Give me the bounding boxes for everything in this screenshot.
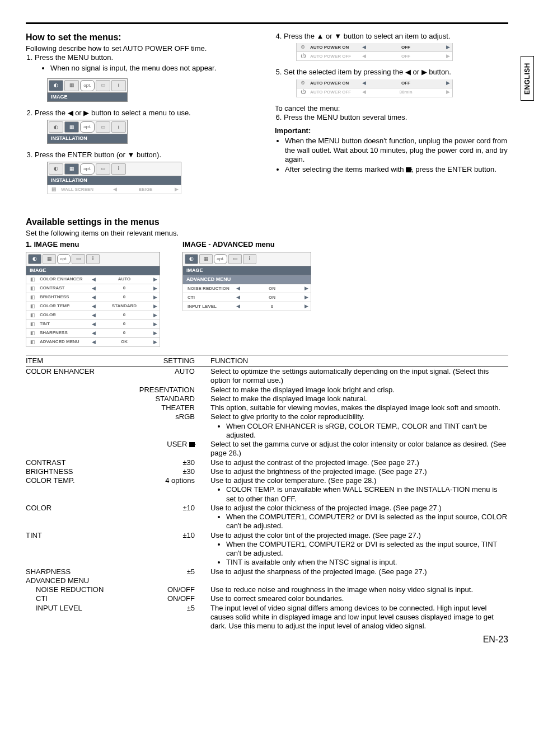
cancel-title: To cancel the menu: — [275, 104, 508, 113]
tab-icon: ▦ — [64, 163, 79, 175]
settings-row: STANDARDSelect to make the displayed ima… — [26, 395, 508, 403]
tab-icon-info: i — [86, 254, 100, 264]
important-1: When the MENU button doesn't function, u… — [285, 137, 508, 164]
cell-setting: sRGB — [127, 412, 210, 421]
tab-icon-opt: opt. — [80, 80, 95, 91]
cell-item: NOISE REDUCTION — [26, 585, 127, 594]
cell-setting — [127, 422, 210, 440]
fig5-row2-val: 30min — [368, 90, 443, 95]
cell-setting: ON/OFF — [127, 585, 210, 594]
cell-function — [210, 576, 508, 585]
settings-row: TINT is available only when the NTSC sig… — [26, 558, 508, 567]
cell-function: This option, suitable for viewing movies… — [210, 403, 508, 412]
triangle-left-icon — [405, 68, 411, 76]
triangle-left-icon: ◀ — [110, 186, 119, 192]
row-val: ON — [242, 286, 302, 292]
settings-row: COLOR TEMP.4 optionsUse to adjust the co… — [26, 476, 508, 485]
row-icon: ◧ — [26, 330, 39, 336]
step4-b: or — [324, 32, 334, 40]
cell-setting: ON/OFF — [127, 594, 210, 603]
howto-intro: Following describe how to set AUTO POWER… — [26, 44, 259, 53]
cell-item: SHARPNESS — [26, 567, 127, 576]
cell-item: CONTRAST — [26, 458, 127, 467]
tab-icon: ▭ — [96, 163, 110, 175]
triangle-right-icon: ▶ — [302, 294, 311, 300]
fig5-row1-val: OFF — [368, 81, 443, 86]
cell-function: COLOR TEMP. is unavailable when WALL SCR… — [210, 485, 508, 504]
func-text: The input level of video signal differs … — [210, 604, 494, 631]
func-text: Use to adjust the color temperature. (Se… — [210, 476, 376, 485]
func-text: Use to reduce noise and roughness in the… — [210, 585, 473, 594]
func-text: Select to give priority to the color rep… — [210, 412, 364, 421]
triangle-left-icon: ◀ — [89, 276, 98, 283]
row-val: OK — [98, 339, 151, 345]
triangle-left-icon: ◀ — [89, 294, 98, 300]
cell-function: Use to correct smeared color boundaries. — [210, 594, 508, 603]
triangle-right-icon: ▶ — [443, 80, 452, 86]
func-bullet: When the COMPUTER1, COMPUTER2 or DVI is … — [226, 513, 508, 531]
th-item: ITEM — [26, 356, 127, 365]
howto-steps: Press the MENU button. When no signal is… — [26, 53, 259, 199]
howto-title: How to set the menus: — [26, 32, 259, 43]
row-val: AUTO — [98, 276, 151, 282]
settings-row: SHARPNESS±5Use to adjust the sharpness o… — [26, 567, 508, 576]
func-text: Select to optimize the settings automati… — [210, 367, 489, 384]
row-label: SHARPNESS — [39, 330, 89, 336]
cell-function: When COLOR ENHANCER is sRGB, COLOR TEMP.… — [210, 422, 508, 440]
row-label: COLOR — [39, 312, 89, 318]
cell-item — [26, 422, 127, 440]
cell-item — [26, 513, 127, 531]
func-text: Use to adjust the color tint of the proj… — [210, 531, 421, 539]
row-label: ADVANCED MENU — [39, 339, 89, 345]
settings-row: USER Select to set the gamma curve or ad… — [26, 440, 508, 458]
triangle-right-icon: ▶ — [302, 285, 311, 292]
cell-item — [26, 485, 127, 504]
settings-row: When the COMPUTER1, COMPUTER2 or DVI is … — [26, 513, 508, 531]
image-menu-row: ◧SHARPNESS◀0▶ — [26, 329, 160, 338]
triangle-left-icon: ◀ — [89, 303, 98, 309]
row-label: COLOR TEMP. — [39, 303, 89, 309]
triangle-right-icon: ▶ — [443, 53, 452, 59]
cell-item — [26, 412, 127, 421]
step2-c: button to select a menu to use. — [89, 109, 190, 117]
triangle-right-icon: ▶ — [443, 44, 452, 50]
row-icon: ⚙ — [297, 44, 309, 50]
cell-setting: ±5 — [127, 604, 210, 631]
image-menu-row: ◧COLOR ENHANCER◀AUTO▶ — [26, 275, 160, 284]
triangle-right-icon: ▶ — [151, 303, 160, 309]
func-bullet: COLOR TEMP. is unavailable when WALL SCR… — [226, 485, 508, 504]
adv-menu-row: INPUT LEVEL◀0▶ — [182, 302, 311, 311]
fig5-row1-label: AUTO POWER ON — [309, 81, 359, 86]
language-tab: ENGLISH — [521, 56, 534, 101]
menu-fig-5: ⚙ AUTO POWER ON ◀ OFF ▶ ⏻ AUTO POWER OFF… — [296, 79, 453, 97]
settings-row: COLOR±10Use to adjust the color thicknes… — [26, 504, 508, 513]
row-label: CONTRAST — [39, 285, 89, 291]
row-val: STANDARD — [98, 303, 151, 309]
triangle-right-icon — [421, 68, 427, 76]
language-tab-text: ENGLISH — [523, 63, 532, 95]
menu-fig-3: ◐ ▦ opt. ▭ i INSTALLATION ▨ WALL SCREEN … — [47, 162, 181, 194]
cell-item: ADVANCED MENU — [26, 576, 127, 585]
triangle-left-icon: ◀ — [233, 303, 242, 309]
cell-function: Use to adjust the contrast of the projec… — [210, 458, 508, 467]
tab-icon: ▭ — [96, 121, 110, 133]
settings-row: COLOR ENHANCERAUTOSelect to optimize the… — [26, 367, 508, 386]
fig3-row-label: WALL SCREEN — [60, 187, 110, 192]
settings-row: NOISE REDUCTIONON/OFFUse to reduce noise… — [26, 585, 508, 594]
tab-icon-info: i — [243, 254, 256, 264]
settings-row: CTION/OFFUse to correct smeared color bo… — [26, 594, 508, 603]
adv-menu-label: IMAGE - ADVANCED menu — [182, 240, 311, 249]
row-icon: ◧ — [26, 303, 39, 309]
cell-function: Select to set the gamma curve or adjust … — [210, 440, 508, 458]
triangle-left-icon: ◀ — [359, 53, 368, 59]
func-bullet: When COLOR ENHANCER is sRGB, COLOR TEMP.… — [226, 422, 508, 440]
fig5-row2-label: AUTO POWER OFF — [309, 90, 359, 95]
row-label: BRIGHTNESS — [39, 294, 89, 300]
fig4-row1-val: OFF — [368, 45, 443, 50]
fig3-row-val: BEIGE — [119, 187, 172, 192]
triangle-right-icon: ▶ — [151, 321, 160, 327]
func-text: Use to adjust the contrast of the projec… — [210, 458, 419, 467]
tab-icon-opt: opt. — [57, 254, 71, 264]
step1-bullet: When no signal is input, the menu does n… — [50, 64, 259, 73]
settings-row: THEATERThis option, suitable for viewing… — [26, 403, 508, 412]
